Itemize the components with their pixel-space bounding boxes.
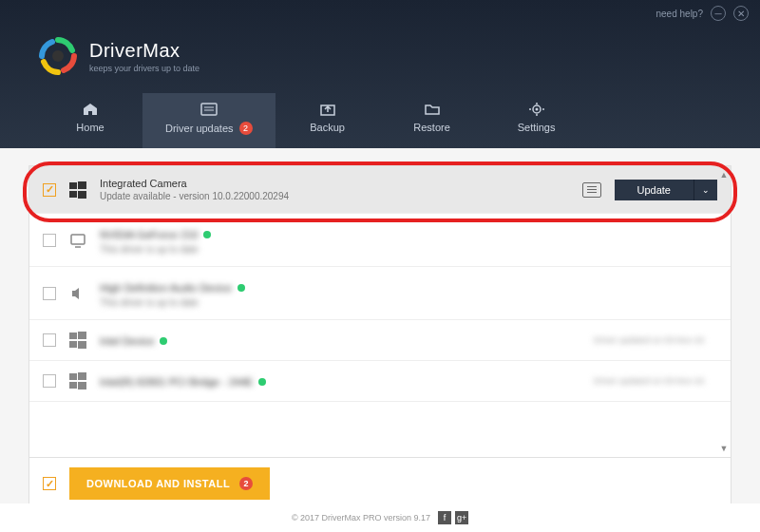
row-text: NVIDIA GeForce 210 This driver is up to … (100, 225, 717, 255)
social-links: f g+ (438, 511, 468, 524)
header: need help? ─ ✕ DriverMax keeps your driv… (0, 0, 760, 148)
tab-label: Settings (518, 122, 556, 133)
brand-area: DriverMax keeps your drivers up to date (0, 27, 760, 93)
driver-status: Update available - version 10.0.22000.20… (100, 191, 569, 201)
svg-rect-18 (78, 372, 86, 380)
svg-rect-9 (69, 191, 77, 198)
status-dot-icon (203, 231, 211, 238)
row-text: Intel(R) 82801 PCI Bridge - 244E (100, 372, 580, 390)
driver-date: Driver updated on 03-Nov-16 (594, 376, 704, 386)
audio-icon (69, 285, 86, 302)
svg-rect-19 (69, 382, 77, 389)
scroll-up-icon[interactable]: ▲ (719, 170, 729, 180)
svg-rect-15 (69, 341, 77, 348)
svg-rect-20 (78, 382, 86, 390)
monitor-icon (69, 232, 86, 249)
svg-rect-7 (69, 182, 77, 189)
tab-home[interactable]: Home (38, 93, 142, 148)
driver-name: Integrated Camera (100, 178, 569, 189)
driver-name: Intel(R) 82801 PCI Bridge - 244E (100, 376, 253, 388)
tab-backup[interactable]: Backup (276, 93, 380, 148)
tab-label: Driver updates 2 (165, 122, 253, 135)
svg-point-0 (52, 50, 64, 62)
footer: © 2017 DriverMax PRO version 9.17 f g+ (0, 504, 760, 532)
tab-restore[interactable]: Restore (380, 93, 484, 148)
chevron-down-icon[interactable]: ⌄ (694, 180, 717, 200)
update-button-label: Update (615, 180, 694, 200)
folder-icon (424, 103, 441, 116)
driver-row: NVIDIA GeForce 210 This driver is up to … (29, 214, 731, 267)
driver-row: Intel(R) 82801 PCI Bridge - 244E Driver … (29, 361, 731, 402)
details-button[interactable] (582, 182, 601, 198)
row-text: Integrated Camera Update available - ver… (100, 178, 569, 201)
status-dot-icon (238, 284, 245, 292)
row-checkbox[interactable] (43, 374, 56, 388)
driver-name: NVIDIA GeForce 210 (100, 229, 198, 240)
driver-row: Integrated Camera Update available - ver… (29, 166, 731, 214)
updates-badge: 2 (239, 122, 253, 135)
facebook-icon[interactable]: f (438, 511, 451, 524)
row-checkbox[interactable] (43, 333, 56, 347)
driver-date: Driver updated on 03-Nov-16 (594, 335, 704, 345)
svg-rect-11 (71, 235, 85, 244)
tab-settings[interactable]: Settings (484, 93, 589, 148)
svg-rect-17 (69, 373, 77, 380)
driver-row: High Definition Audio Device This driver… (29, 267, 731, 320)
titlebar: need help? ─ ✕ (0, 0, 760, 27)
select-all-checkbox[interactable] (43, 477, 56, 490)
svg-rect-16 (78, 341, 86, 349)
content-area: ▲ ▼ Integrated Camera Update available -… (0, 148, 760, 504)
svg-rect-13 (69, 332, 77, 339)
list-icon (200, 103, 218, 116)
windows-icon (69, 181, 86, 199)
brand-text: DriverMax keeps your drivers up to date (89, 40, 200, 73)
windows-icon (69, 372, 86, 390)
app-name: DriverMax (89, 40, 200, 62)
nav-tabs: Home Driver updates 2 Backup Restore Set… (0, 93, 760, 148)
app-logo-icon (38, 36, 78, 76)
row-text: High Definition Audio Device This driver… (100, 278, 717, 308)
help-link[interactable]: need help? (656, 9, 704, 19)
minimize-button[interactable]: ─ (711, 6, 726, 21)
download-badge: 2 (239, 477, 253, 490)
driver-status: This driver is up to date (100, 297, 717, 308)
svg-point-6 (535, 108, 538, 111)
row-checkbox[interactable] (43, 234, 56, 247)
home-icon (82, 103, 99, 116)
download-install-button[interactable]: DOWNLOAD AND INSTALL 2 (69, 467, 270, 500)
driver-list: ▲ ▼ Integrated Camera Update available -… (28, 165, 732, 458)
status-dot-icon (160, 337, 167, 345)
status-dot-icon (258, 378, 266, 386)
row-checkbox[interactable] (43, 183, 56, 197)
svg-rect-1 (201, 104, 217, 115)
download-label: DOWNLOAD AND INSTALL (86, 478, 230, 489)
googleplus-icon[interactable]: g+ (455, 511, 468, 524)
driver-name: High Definition Audio Device (100, 282, 232, 294)
driver-row: Intel Device Driver updated on 03-Nov-16 (29, 320, 731, 361)
tab-label: Home (76, 122, 104, 133)
tab-label: Restore (413, 122, 450, 133)
windows-icon (69, 332, 86, 349)
driver-status: This driver is up to date (100, 244, 717, 255)
app-window: need help? ─ ✕ DriverMax keeps your driv… (0, 0, 760, 532)
svg-rect-10 (78, 191, 86, 199)
close-button[interactable]: ✕ (733, 6, 749, 21)
tab-label: Backup (310, 122, 345, 133)
update-button[interactable]: Update ⌄ (615, 180, 717, 200)
tab-driver-updates[interactable]: Driver updates 2 (142, 93, 276, 148)
svg-rect-8 (78, 181, 86, 189)
app-tagline: keeps your drivers up to date (89, 64, 200, 73)
bottom-bar: DOWNLOAD AND INSTALL 2 (28, 458, 732, 504)
scroll-down-icon[interactable]: ▼ (719, 444, 729, 453)
tab-text: Driver updates (165, 123, 234, 134)
svg-rect-14 (78, 332, 86, 339)
copyright-text: © 2017 DriverMax PRO version 9.17 (292, 513, 430, 522)
backup-icon (319, 103, 336, 116)
row-text: Intel Device (100, 332, 580, 349)
scrollbar[interactable]: ▲ ▼ (719, 170, 729, 453)
driver-name: Intel Device (100, 335, 154, 347)
gear-icon (528, 103, 545, 116)
row-checkbox[interactable] (43, 287, 56, 300)
